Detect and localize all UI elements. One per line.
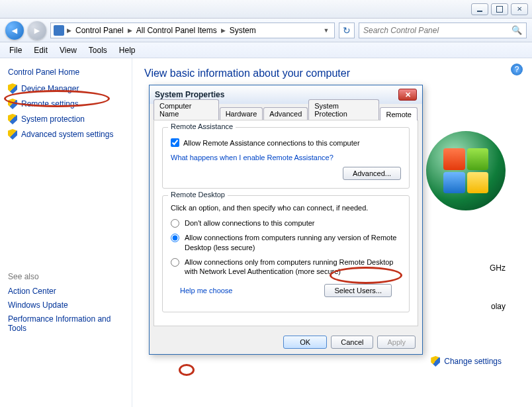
allow-ra-checkbox-row[interactable]: Allow Remote Assistance connections to t…	[171, 138, 401, 147]
text-fragment: olay	[491, 302, 506, 311]
shield-icon	[8, 83, 17, 94]
search-input[interactable]	[363, 26, 511, 35]
windows-logo	[426, 131, 506, 210]
cancel-button[interactable]: Cancel	[331, 336, 373, 349]
tab-remote[interactable]: Remote	[380, 107, 418, 120]
chevron-down-icon[interactable]: ▼	[321, 27, 332, 34]
group-legend: Remote Desktop	[168, 191, 228, 199]
shield-icon	[8, 129, 17, 140]
change-settings-link[interactable]: Change settings	[431, 356, 502, 367]
rd-help-link[interactable]: Help me choose	[180, 287, 233, 294]
breadcrumb[interactable]: ▶ Control Panel ▶ All Control Panel Item…	[50, 23, 335, 38]
rd-radio-2[interactable]	[171, 234, 179, 242]
help-button[interactable]: ?	[511, 64, 523, 75]
rd-radio-3[interactable]	[171, 258, 179, 267]
ra-help-link[interactable]: What happens when I enable Remote Assist…	[171, 154, 401, 161]
ra-advanced-button[interactable]: Advanced...	[343, 167, 401, 180]
navigation-bar: ◄ ► ▶ Control Panel ▶ All Control Panel …	[0, 19, 532, 42]
rd-option-dont-allow[interactable]: Don't allow connections to this computer	[171, 218, 401, 228]
rd-radio-1[interactable]	[171, 219, 179, 228]
shield-icon	[8, 99, 17, 109]
tab-computer-name[interactable]: Computer Name	[154, 99, 219, 120]
tab-advanced[interactable]: Advanced	[263, 107, 308, 120]
back-button[interactable]: ◄	[5, 21, 24, 40]
sidebar-item-remote-settings[interactable]: Remote settings	[8, 99, 124, 109]
breadcrumb-item[interactable]: Control Panel	[71, 26, 128, 35]
allow-ra-label: Allow Remote Assistance connections to t…	[183, 139, 360, 147]
computer-icon	[54, 25, 64, 36]
menu-help[interactable]: Help	[114, 44, 141, 56]
menu-file[interactable]: File	[4, 44, 27, 56]
minimize-button[interactable]	[471, 3, 488, 15]
chevron-right-icon: ▶	[128, 27, 132, 34]
shield-icon	[8, 114, 17, 124]
chevron-right-icon: ▶	[67, 27, 71, 34]
apply-button[interactable]: Apply	[377, 336, 416, 349]
ok-button[interactable]: OK	[283, 336, 327, 349]
allow-ra-checkbox[interactable]	[171, 138, 179, 147]
chevron-right-icon: ▶	[221, 27, 226, 34]
cpu-ghz-fragment: GHz	[490, 263, 506, 273]
menu-edit[interactable]: Edit	[28, 44, 53, 56]
window-titlebar	[0, 0, 532, 19]
select-users-button[interactable]: Select Users...	[324, 284, 392, 297]
remote-desktop-group: Remote Desktop Click an option, and then…	[162, 195, 410, 312]
dialog-body: Remote Assistance Allow Remote Assistanc…	[154, 120, 418, 326]
sidebar-item-device-manager[interactable]: Device Manager	[8, 83, 124, 94]
dialog-close-button[interactable]: ✕	[398, 89, 417, 101]
see-also-header: See also	[8, 272, 124, 281]
rd-option-allow-any[interactable]: Allow connections from computers running…	[171, 233, 401, 252]
rd-instruction: Click an option, and then specify who ca…	[171, 204, 401, 212]
breadcrumb-item[interactable]: System	[226, 26, 260, 35]
rd-option-allow-nla[interactable]: Allow connections only from computers ru…	[171, 257, 401, 277]
maximize-button[interactable]	[491, 3, 508, 15]
see-also-action-center[interactable]: Action Center	[8, 287, 124, 296]
sidebar-item-system-protection[interactable]: System protection	[8, 114, 124, 124]
breadcrumb-item[interactable]: All Control Panel Items	[132, 26, 221, 35]
dialog-tabs: Computer Name Hardware Advanced System P…	[150, 104, 422, 120]
page-title: View basic information about your comput…	[144, 68, 520, 79]
forward-button[interactable]: ►	[28, 21, 46, 40]
system-properties-dialog: System Properties ✕ Computer Name Hardwa…	[149, 85, 423, 355]
refresh-button[interactable]: ↻	[339, 23, 355, 38]
menu-tools[interactable]: Tools	[83, 44, 112, 56]
tab-hardware[interactable]: Hardware	[220, 107, 263, 120]
sidebar-item-advanced-settings[interactable]: Advanced system settings	[8, 129, 124, 140]
sidebar: Control Panel Home Device Manager Remote…	[0, 58, 132, 407]
dialog-button-row: OK Cancel Apply	[150, 330, 422, 354]
search-icon: 🔍	[511, 25, 522, 35]
see-also-windows-update[interactable]: Windows Update	[8, 300, 124, 310]
group-legend: Remote Assistance	[168, 122, 236, 130]
shield-icon	[431, 356, 440, 367]
search-box[interactable]: 🔍	[359, 23, 527, 38]
close-button[interactable]	[511, 3, 528, 15]
menu-bar: File Edit View Tools Help	[0, 42, 532, 58]
remote-assistance-group: Remote Assistance Allow Remote Assistanc…	[162, 127, 410, 189]
see-also-performance-info[interactable]: Performance Information and Tools	[8, 314, 124, 333]
tab-system-protection[interactable]: System Protection	[308, 99, 379, 120]
sidebar-home-link[interactable]: Control Panel Home	[8, 68, 124, 77]
menu-view[interactable]: View	[54, 44, 82, 56]
dialog-title: System Properties	[155, 90, 224, 99]
